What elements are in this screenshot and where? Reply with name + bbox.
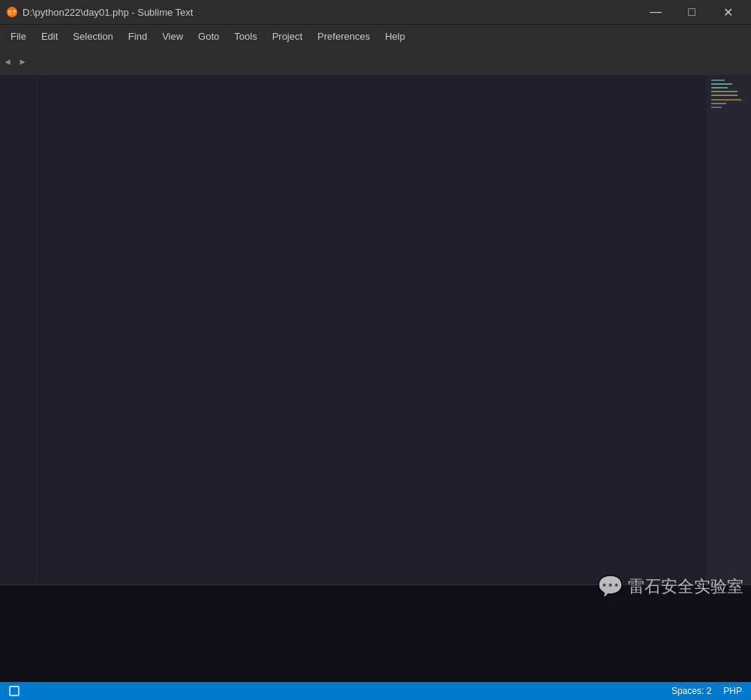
app-icon: ST (6, 6, 18, 18)
svg-rect-9 (711, 99, 741, 101)
menu-item-project[interactable]: Project (265, 28, 310, 45)
code-area[interactable] (38, 75, 706, 584)
menu-item-help[interactable]: Help (377, 28, 413, 45)
menu-item-file[interactable]: File (3, 28, 34, 45)
status-left (9, 686, 26, 696)
menu-item-find[interactable]: Find (121, 28, 155, 45)
minimap (706, 75, 751, 584)
tab-scroll-left[interactable]: ◀ (0, 48, 15, 75)
menu-item-goto[interactable]: Goto (191, 28, 227, 45)
output-panel (0, 584, 751, 682)
menu-item-preferences[interactable]: Preferences (310, 28, 377, 45)
window-title: D:\python222\day01.php - Sublime Text (23, 7, 193, 18)
tab-bar: ◀ ▶ (0, 48, 751, 75)
title-left: ST D:\python222\day01.php - Sublime Text (6, 6, 193, 18)
svg-text:ST: ST (8, 9, 17, 17)
menu-item-view[interactable]: View (155, 28, 191, 45)
status-indicator (9, 686, 20, 696)
status-right: Spaces: 2 PHP (671, 686, 742, 696)
close-button[interactable]: ✕ (710, 0, 745, 24)
minimap-preview (710, 78, 747, 138)
svg-rect-6 (711, 91, 737, 92)
minimize-button[interactable]: — (638, 0, 673, 24)
svg-rect-4 (711, 83, 732, 85)
menu-item-tools[interactable]: Tools (227, 28, 264, 45)
menu-item-edit[interactable]: Edit (34, 28, 65, 45)
status-bar: Spaces: 2 PHP (0, 682, 751, 700)
svg-rect-7 (711, 95, 737, 96)
status-language: PHP (723, 686, 742, 696)
window-controls: — □ ✕ (638, 0, 745, 24)
svg-rect-5 (711, 87, 728, 89)
menu-bar: FileEditSelectionFindViewGotoToolsProjec… (0, 24, 751, 48)
editor-area (0, 75, 751, 584)
svg-rect-11 (711, 107, 722, 108)
svg-rect-10 (711, 103, 726, 104)
maximize-button[interactable]: □ (674, 0, 709, 24)
tab-scroll-right[interactable]: ▶ (15, 48, 30, 75)
svg-rect-3 (711, 80, 725, 81)
status-spaces: Spaces: 2 (671, 686, 711, 696)
menu-item-selection[interactable]: Selection (65, 28, 120, 45)
title-bar: ST D:\python222\day01.php - Sublime Text… (0, 0, 751, 24)
line-numbers (0, 75, 38, 584)
